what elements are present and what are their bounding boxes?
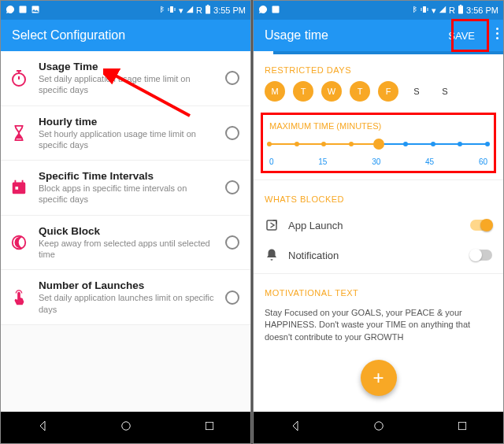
svg-point-17	[375, 422, 384, 431]
svg-rect-3	[206, 6, 210, 13]
day-wed[interactable]: W	[321, 81, 342, 102]
tap-icon	[9, 287, 29, 308]
content-area: RESTRICTED DAYS M T W T F S S MAXIMUM TI…	[254, 54, 503, 412]
config-item-title: Usage Time	[39, 61, 216, 72]
status-bar: ▾ R 3:56 PM	[254, 1, 503, 20]
config-item-title: Specific Time Intervals	[39, 170, 216, 182]
phone-right: ▾ R 3:56 PM Usage time SAVE RESTRICTED D…	[253, 0, 504, 444]
phone-left: ▾ R 3:55 PM Select Configuration	[0, 0, 251, 444]
location-icon: ▾	[179, 6, 183, 16]
svg-rect-4	[207, 5, 209, 6]
fab-add[interactable]: +	[361, 360, 397, 396]
radio-unselected[interactable]	[225, 126, 239, 140]
svg-rect-10	[206, 422, 213, 429]
block-app-launch: App Launch	[254, 210, 503, 240]
bluetooth-icon	[410, 5, 417, 16]
launch-icon	[265, 218, 279, 232]
slider-thumb[interactable]	[373, 139, 384, 150]
config-item-usage-time[interactable]: Usage Time Set daily application usage t…	[1, 51, 250, 106]
tick-30: 30	[372, 157, 380, 166]
more-icon[interactable]	[496, 28, 498, 39]
config-item-sub: Block apps in specific time intervals on…	[39, 183, 216, 205]
block-notification: Notification	[254, 240, 503, 270]
radio-unselected[interactable]	[225, 290, 239, 305]
svg-rect-2	[170, 6, 173, 13]
vibrate-icon	[167, 5, 176, 16]
svg-rect-6	[13, 183, 26, 194]
restricted-days-label: RESTRICTED DAYS	[254, 54, 503, 81]
annotation-save-highlight	[451, 19, 489, 52]
app-bar-title: Usage time	[265, 28, 328, 43]
time-slider[interactable]	[269, 137, 487, 156]
recent-icon[interactable]	[203, 420, 216, 435]
stopwatch-icon	[9, 68, 29, 88]
config-item-sub: Keep away from selected apps until selec…	[39, 238, 216, 261]
day-sat[interactable]: S	[406, 81, 427, 102]
svg-rect-18	[458, 422, 465, 429]
home-icon[interactable]	[372, 419, 386, 436]
back-icon[interactable]	[288, 419, 302, 436]
svg-rect-15	[460, 5, 461, 6]
config-item-hourly-time[interactable]: Hourly time Set hourly application usage…	[1, 106, 250, 161]
recent-icon[interactable]	[456, 420, 469, 435]
days-row: M T W T F S S	[254, 81, 503, 109]
tick-15: 15	[318, 157, 327, 166]
radio-unselected[interactable]	[225, 71, 239, 85]
slider-ticks: 0 15 30 45 60	[269, 157, 487, 166]
network-label: R	[449, 6, 455, 15]
motivational-text[interactable]: Stay Focused on your GOALS, your PEACE &…	[254, 304, 503, 346]
config-item-title: Hourly time	[39, 116, 216, 128]
radio-unselected[interactable]	[225, 180, 239, 194]
radio-unselected[interactable]	[225, 235, 239, 250]
svg-rect-12	[272, 6, 280, 13]
bluetooth-icon	[158, 5, 165, 16]
home-icon[interactable]	[119, 419, 133, 436]
config-item-sub: Set hourly application usage time limit …	[39, 128, 216, 151]
toggle-notification[interactable]	[470, 250, 492, 261]
signal-icon	[439, 6, 447, 15]
block-label: Notification	[288, 250, 461, 261]
bell-icon	[265, 248, 279, 262]
vibrate-icon	[420, 5, 429, 16]
day-fri[interactable]: F	[378, 81, 398, 102]
clock-text: 3:56 PM	[466, 6, 498, 15]
hourglass-icon	[9, 123, 29, 143]
clock-text: 3:55 PM	[213, 6, 246, 15]
svg-rect-13	[423, 6, 426, 13]
network-label: R	[196, 6, 202, 15]
tick-60: 60	[479, 157, 487, 166]
config-item-number-launches[interactable]: Number of Launches Set daily application…	[1, 270, 250, 325]
tick-45: 45	[425, 157, 434, 166]
day-mon[interactable]: M	[265, 81, 285, 102]
day-thu[interactable]: T	[350, 81, 370, 102]
config-item-title: Number of Launches	[39, 279, 216, 291]
config-item-title: Quick Block	[39, 225, 216, 237]
config-item-sub: Set daily application launches limit on …	[39, 292, 216, 315]
image-icon	[31, 5, 40, 16]
day-tue[interactable]: T	[293, 81, 313, 102]
whatsapp-icon	[6, 5, 15, 16]
config-item-quick-block[interactable]: Quick Block Keep away from selected apps…	[1, 216, 250, 271]
whats-blocked-label: WHATS BLOCKED	[254, 183, 503, 210]
config-item-specific-intervals[interactable]: Specific Time Intervals Block apps in sp…	[1, 161, 250, 216]
screenshot-icon	[271, 5, 280, 16]
toggle-app-launch[interactable]	[470, 220, 492, 231]
app-bar: Select Configuration	[1, 20, 250, 51]
signal-icon	[186, 6, 194, 15]
day-sun[interactable]: S	[435, 81, 455, 102]
app-bar-title: Select Configuration	[12, 28, 125, 43]
block-label: App Launch	[288, 220, 461, 231]
max-time-label: MAXIMUM TIME (MINUTES)	[269, 121, 487, 131]
config-item-sub: Set daily application usage time limit o…	[39, 73, 216, 96]
config-list: Usage Time Set daily application usage t…	[1, 51, 250, 325]
location-icon: ▾	[432, 6, 436, 16]
nav-bar	[254, 412, 503, 443]
status-bar: ▾ R 3:55 PM	[1, 1, 250, 20]
back-icon[interactable]	[35, 419, 50, 436]
svg-rect-7	[15, 187, 18, 191]
battery-icon	[205, 5, 211, 16]
battery-icon	[458, 5, 464, 16]
nav-bar	[1, 412, 250, 443]
whatsapp-icon	[258, 5, 268, 16]
moon-icon	[9, 232, 29, 253]
